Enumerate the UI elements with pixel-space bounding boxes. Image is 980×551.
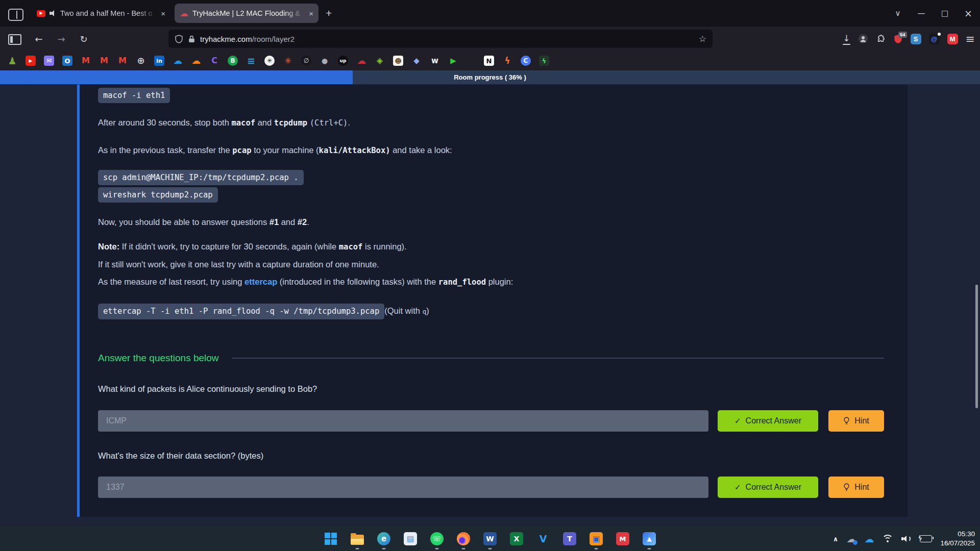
- question-2-hint-button[interactable]: Hint: [828, 477, 884, 498]
- lightbulb-icon: [843, 417, 850, 425]
- tryhackme-bookmark[interactable]: ☁: [356, 56, 366, 66]
- sidebar-toggle-icon[interactable]: [8, 34, 21, 45]
- battery-icon[interactable]: ϟ: [920, 535, 932, 542]
- cloudflare-bookmark[interactable]: ☁: [191, 56, 201, 66]
- mail-purple-bookmark[interactable]: ✉: [44, 56, 54, 66]
- forward-button[interactable]: →: [52, 27, 70, 51]
- notepad-taskbar-button[interactable]: ▤: [399, 528, 422, 550]
- text-segment: If it didn't work, try to capture for 30…: [119, 242, 339, 251]
- account-icon[interactable]: [858, 34, 868, 44]
- cube-bookmark[interactable]: ◈: [375, 56, 385, 66]
- vscode-taskbar-button[interactable]: V: [532, 528, 554, 550]
- gmail-bookmark-3[interactable]: M: [117, 56, 128, 66]
- volume-icon[interactable]: [901, 535, 912, 543]
- avatar-bookmark[interactable]: ☻: [393, 56, 403, 66]
- wise-bookmark[interactable]: w: [430, 56, 440, 66]
- question-1-answer-input[interactable]: [98, 410, 708, 432]
- globe-bookmark[interactable]: ⊕: [136, 56, 146, 66]
- microsoft-bookmark[interactable]: [467, 56, 476, 65]
- play-bookmark[interactable]: ▶: [448, 56, 458, 66]
- text-segment: (introduced in the following tasks) with…: [277, 277, 438, 286]
- minimize-button[interactable]: —: [910, 0, 933, 27]
- url-domain: tryhackme.com: [200, 35, 252, 43]
- start-taskbar-button[interactable]: [320, 528, 342, 550]
- url-text[interactable]: tryhackme.com/room/layer2: [200, 35, 295, 43]
- taskbar-clock[interactable]: 05:30 16/07/2025: [940, 530, 975, 548]
- stack-bookmark[interactable]: ≡: [246, 56, 256, 66]
- bookmark-star-icon[interactable]: ☆: [699, 34, 706, 44]
- firefox-taskbar-button[interactable]: [452, 528, 475, 550]
- text-segment: #1: [270, 217, 279, 227]
- onedrive-bookmark[interactable]: ☁: [173, 56, 183, 66]
- youtube-bookmark[interactable]: ▶: [26, 56, 36, 66]
- upwork-bookmark[interactable]: up: [338, 56, 348, 66]
- back-button[interactable]: ←: [30, 27, 48, 51]
- downloads-icon[interactable]: ↓: [843, 33, 850, 45]
- onedrive-status-icon[interactable]: ☁: [846, 534, 856, 544]
- teams-taskbar-button[interactable]: T: [558, 528, 581, 550]
- edge-taskbar-button[interactable]: e: [373, 528, 395, 550]
- gmail-bookmark-1[interactable]: M: [81, 56, 91, 66]
- bitwarden-bookmark[interactable]: B: [228, 56, 238, 66]
- adblock-icon[interactable]: 54: [893, 34, 903, 44]
- new-tab-button[interactable]: +: [326, 7, 332, 19]
- tab-youtube[interactable]: ▶ Two and a half Men - Best o ×: [32, 4, 170, 23]
- apple-bookmark[interactable]: ●: [320, 56, 330, 66]
- null-circle-bookmark[interactable]: ∅: [301, 56, 311, 66]
- claude-bookmark[interactable]: C: [209, 56, 219, 66]
- tab-audio-icon[interactable]: [50, 10, 56, 16]
- outlook-bookmark[interactable]: O: [62, 56, 72, 66]
- reload-button[interactable]: ↻: [75, 27, 93, 51]
- bolt-orange-bookmark[interactable]: ϟ: [502, 56, 512, 66]
- page-scrollbar-thumb[interactable]: [975, 285, 978, 408]
- tab-close-icon[interactable]: ×: [161, 9, 165, 18]
- check-icon: ✓: [734, 416, 741, 425]
- question-1-correct-answer-button[interactable]: ✓ Correct Answer: [718, 410, 818, 432]
- close-button[interactable]: ×: [957, 0, 980, 27]
- wifi-icon[interactable]: [882, 535, 893, 543]
- mendeley-taskbar-button[interactable]: M: [611, 528, 634, 550]
- excel-taskbar-button[interactable]: X: [505, 528, 528, 550]
- question-2-correct-answer-button[interactable]: ✓ Correct Answer: [718, 477, 818, 498]
- linkedin-bookmark[interactable]: in: [154, 56, 164, 66]
- onedrive-icon[interactable]: ☁: [864, 534, 874, 544]
- firefox-view-icon[interactable]: [8, 9, 23, 21]
- extensions-icon[interactable]: [876, 34, 886, 44]
- circle-c-bookmark[interactable]: C: [521, 56, 531, 66]
- word-taskbar-button[interactable]: W: [479, 528, 501, 550]
- tracking-protection-shield-icon[interactable]: [175, 35, 183, 43]
- file-explorer-taskbar-button[interactable]: [346, 528, 369, 550]
- starburst-bookmark[interactable]: ✳: [283, 56, 293, 66]
- whatsapp-taskbar-button[interactable]: ☏: [426, 528, 448, 550]
- openai-bookmark[interactable]: ✳: [264, 56, 275, 66]
- paragraph-answer-questions: Now, you should be able to answer questi…: [98, 216, 884, 229]
- address-bar[interactable]: tryhackme.com/room/layer2 ☆: [168, 30, 713, 48]
- system-tray: ∧ ☁ ☁ ϟ 05:30 16/07/2025: [833, 527, 975, 551]
- hidden-icons-chevron-icon[interactable]: ∧: [833, 535, 839, 543]
- text-segment: to your machine (: [252, 145, 319, 155]
- tab-close-icon[interactable]: ×: [309, 9, 313, 18]
- whatsapp-icon: ☏: [430, 532, 444, 545]
- menu-icon[interactable]: ≡: [966, 33, 975, 45]
- question-2-answer-input[interactable]: [98, 477, 708, 498]
- notion-bookmark[interactable]: N: [484, 56, 494, 66]
- photos-taskbar-button[interactable]: ▲: [638, 528, 660, 550]
- tab-tryhackme[interactable]: ☁ TryHackMe | L2 MAC Flooding & ×: [175, 4, 318, 23]
- list-tabs-chevron-icon[interactable]: ∨: [886, 0, 910, 27]
- lock-icon[interactable]: [188, 35, 195, 43]
- maximize-button[interactable]: □: [933, 0, 957, 27]
- ettercap-link[interactable]: ettercap: [244, 277, 277, 286]
- bolt-dark-bookmark[interactable]: ϟ: [539, 56, 549, 66]
- scihub-extension-icon[interactable]: S: [911, 34, 921, 44]
- chess-bookmark[interactable]: ♟: [7, 56, 17, 66]
- room-progress-label: Room progress ( 36% ): [0, 70, 980, 84]
- gem-bookmark[interactable]: ◆: [411, 56, 422, 66]
- quit-note: (Quit with q): [384, 305, 429, 318]
- charging-bolt-icon: ϟ: [918, 534, 922, 542]
- running-indicator: [595, 548, 598, 549]
- mendeley-extension-icon[interactable]: M: [947, 34, 958, 44]
- gmail-bookmark-2[interactable]: M: [99, 56, 109, 66]
- question-1-hint-button[interactable]: Hint: [828, 410, 884, 432]
- app-orange-blue-taskbar-button[interactable]: ▣: [585, 528, 607, 550]
- at-extension-icon[interactable]: @: [929, 34, 940, 44]
